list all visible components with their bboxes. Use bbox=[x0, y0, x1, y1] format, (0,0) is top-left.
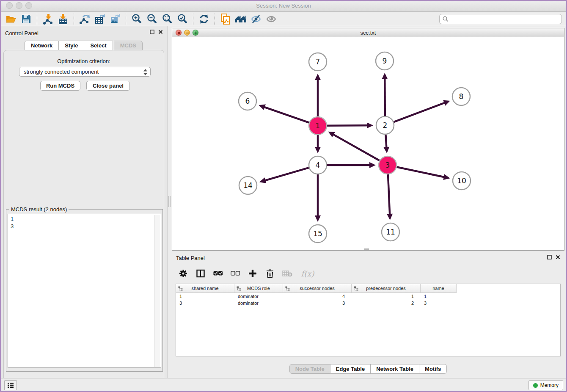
criterion-value: strongly connected component bbox=[24, 69, 99, 75]
network-window: scc.txt 7968124314101511 bbox=[172, 28, 564, 251]
tab-style[interactable]: Style bbox=[59, 41, 84, 50]
column-label: predecessor nodes bbox=[366, 286, 406, 291]
column-visibility-button[interactable] bbox=[195, 268, 206, 279]
float-table-panel-icon[interactable] bbox=[547, 255, 552, 259]
save-session-button[interactable] bbox=[19, 13, 34, 25]
window-zoom-button[interactable] bbox=[25, 2, 32, 9]
column-label: MCDS role bbox=[247, 286, 270, 291]
edge-3-10[interactable] bbox=[397, 167, 445, 177]
open-session-button[interactable] bbox=[3, 13, 19, 25]
tab-network-table[interactable]: Network Table bbox=[371, 364, 419, 374]
export-network-button[interactable] bbox=[77, 13, 92, 25]
show-graphics-details-button[interactable] bbox=[248, 13, 264, 25]
panel-splitter[interactable] bbox=[168, 26, 172, 378]
delete-table-button[interactable] bbox=[282, 268, 293, 279]
table-cell: 4 bbox=[283, 293, 352, 300]
table-settings-button[interactable] bbox=[178, 268, 189, 279]
table-row[interactable]: 1dominator411 bbox=[176, 293, 560, 300]
search-icon bbox=[443, 16, 449, 22]
deselect-all-checks-button[interactable] bbox=[230, 268, 241, 279]
column-header-shared-name[interactable]: shared name bbox=[176, 284, 234, 293]
delete-column-button[interactable] bbox=[264, 268, 275, 279]
search-input[interactable] bbox=[451, 15, 561, 23]
table-cell: 3 bbox=[283, 300, 352, 306]
toolbar-separator bbox=[215, 14, 215, 25]
network-window-titlebar[interactable]: scc.txt bbox=[172, 28, 564, 37]
control-panel-header: Control Panel bbox=[0, 26, 167, 40]
zoom-fit-button[interactable] bbox=[160, 13, 175, 25]
edge-1-6[interactable] bbox=[264, 107, 309, 123]
column-header-mcds-role[interactable]: MCDS role bbox=[234, 284, 283, 293]
close-table-panel-icon[interactable] bbox=[556, 255, 560, 259]
import-network-icon bbox=[42, 14, 53, 25]
close-panel-button[interactable]: Close panel bbox=[86, 81, 130, 91]
criterion-select[interactable]: strongly connected component bbox=[19, 67, 151, 77]
tab-network[interactable]: Network bbox=[25, 41, 59, 50]
network-maximize-button[interactable] bbox=[193, 30, 198, 36]
edge-1-2[interactable] bbox=[327, 125, 368, 126]
splitter-grip bbox=[168, 196, 171, 207]
edge-2-3[interactable] bbox=[385, 135, 386, 148]
graph-node-label: 2 bbox=[383, 121, 388, 130]
export-table-button[interactable] bbox=[92, 13, 107, 25]
export-network-icon bbox=[79, 14, 90, 25]
network-canvas[interactable]: 7968124314101511 bbox=[172, 37, 564, 250]
import-network-button[interactable] bbox=[40, 13, 55, 25]
save-icon bbox=[21, 14, 31, 24]
zoom-in-icon bbox=[131, 14, 142, 25]
tab-edge-table[interactable]: Edge Table bbox=[330, 364, 371, 374]
search-box[interactable] bbox=[439, 14, 562, 24]
column-header-predecessor-nodes[interactable]: predecessor nodes bbox=[352, 284, 421, 293]
task-history-button[interactable] bbox=[4, 380, 17, 390]
zoom-selected-button[interactable] bbox=[175, 13, 190, 25]
home-view-button[interactable] bbox=[233, 13, 248, 25]
plus-icon bbox=[248, 269, 257, 278]
table-cell: 3 bbox=[421, 300, 457, 306]
tab-motifs[interactable]: Motifs bbox=[419, 364, 447, 374]
export-image-button[interactable] bbox=[107, 13, 123, 25]
column-header-name[interactable]: name bbox=[421, 284, 457, 293]
window-close-button[interactable] bbox=[6, 2, 13, 9]
edge-4-14[interactable] bbox=[264, 168, 309, 180]
edge-arrowhead bbox=[443, 100, 450, 106]
export-image-icon bbox=[110, 14, 121, 25]
node-table-header: shared name MCDS role successor nodes pr… bbox=[176, 284, 560, 293]
close-panel-icon[interactable] bbox=[158, 30, 163, 34]
list-icon bbox=[7, 382, 14, 388]
network-resize-grip[interactable] bbox=[364, 248, 369, 250]
table-cell: dominator bbox=[234, 300, 283, 306]
edge-arrowhead bbox=[443, 174, 450, 180]
edge-3-1[interactable] bbox=[333, 134, 380, 160]
table-cell: 1 bbox=[421, 293, 457, 300]
edge-2-8[interactable] bbox=[394, 102, 445, 122]
mcds-result-area[interactable]: 1 3 bbox=[8, 214, 161, 368]
run-mcds-button[interactable]: Run MCDS bbox=[40, 81, 80, 91]
window-minimize-button[interactable] bbox=[16, 2, 22, 9]
select-all-checks-button[interactable] bbox=[212, 268, 223, 279]
add-column-button[interactable] bbox=[247, 268, 258, 279]
zoom-out-button[interactable] bbox=[144, 13, 160, 25]
edge-arrowhead bbox=[387, 214, 393, 220]
hide-graphics-details-button[interactable] bbox=[264, 13, 279, 25]
table-panel-title: Table Panel bbox=[176, 255, 205, 261]
tab-node-table[interactable]: Node Table bbox=[289, 364, 330, 374]
network-minimize-button[interactable] bbox=[184, 30, 190, 36]
tab-select[interactable]: Select bbox=[84, 41, 113, 50]
table-row[interactable]: 3dominator323 bbox=[176, 300, 560, 306]
edge-2-9[interactable] bbox=[385, 78, 385, 116]
edge-3-11[interactable] bbox=[388, 174, 390, 215]
float-panel-icon[interactable] bbox=[150, 30, 154, 34]
tab-mcds[interactable]: MCDS bbox=[114, 41, 143, 50]
import-table-button[interactable] bbox=[55, 13, 71, 25]
network-close-button[interactable] bbox=[176, 30, 182, 36]
column-header-successor-nodes[interactable]: successor nodes bbox=[283, 284, 352, 293]
zoom-in-button[interactable] bbox=[129, 13, 144, 25]
mcds-result-scrollbar[interactable] bbox=[154, 215, 160, 367]
edge-arrowhead bbox=[315, 215, 321, 222]
memory-button[interactable]: Memory bbox=[528, 380, 563, 390]
refresh-layout-button[interactable] bbox=[196, 13, 212, 25]
function-builder-button[interactable]: f(x) bbox=[299, 268, 316, 279]
edge-arrowhead bbox=[369, 162, 376, 168]
duplicate-network-button[interactable] bbox=[218, 13, 233, 25]
table-cell: 1 bbox=[352, 293, 421, 300]
